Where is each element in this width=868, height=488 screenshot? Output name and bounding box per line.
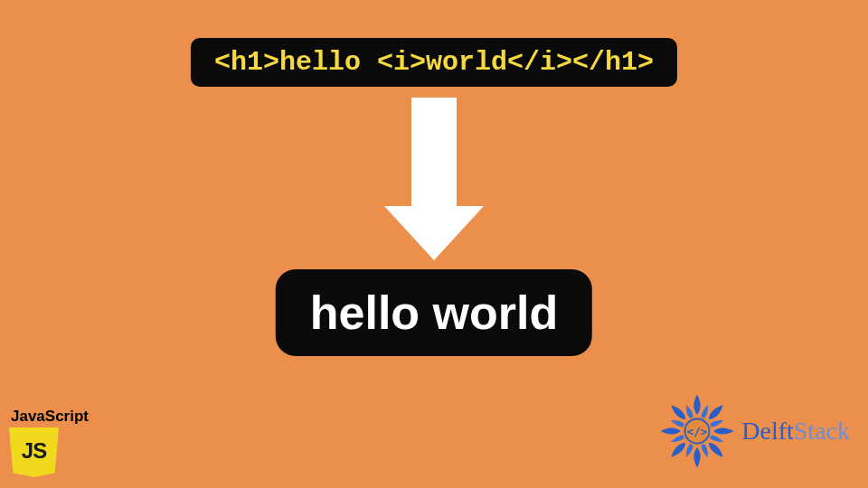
javascript-badge-text: JS <box>22 438 46 464</box>
svg-text:</>: </> <box>687 425 708 438</box>
code-snippet-box: <h1>hello <i>world</i></h1> <box>191 38 677 87</box>
arrow-head <box>384 206 484 260</box>
output-text-box: hello world <box>276 269 592 356</box>
javascript-badge-icon: JS <box>9 427 59 477</box>
delftstack-logo: </> DelftStack <box>656 390 850 472</box>
delftstack-mandala-icon: </> <box>656 390 738 472</box>
delftstack-brand-text: DelftStack <box>741 417 850 446</box>
arrow-shaft <box>411 98 457 206</box>
output-text: hello world <box>310 286 558 339</box>
delftstack-brand-part2: Stack <box>794 417 850 445</box>
javascript-label: JavaScript <box>11 408 89 426</box>
javascript-logo: JavaScript JS <box>9 408 89 477</box>
delftstack-brand-part1: Delft <box>741 417 794 445</box>
arrow-down-icon <box>384 98 484 260</box>
code-snippet-text: <h1>hello <i>world</i></h1> <box>214 47 654 78</box>
